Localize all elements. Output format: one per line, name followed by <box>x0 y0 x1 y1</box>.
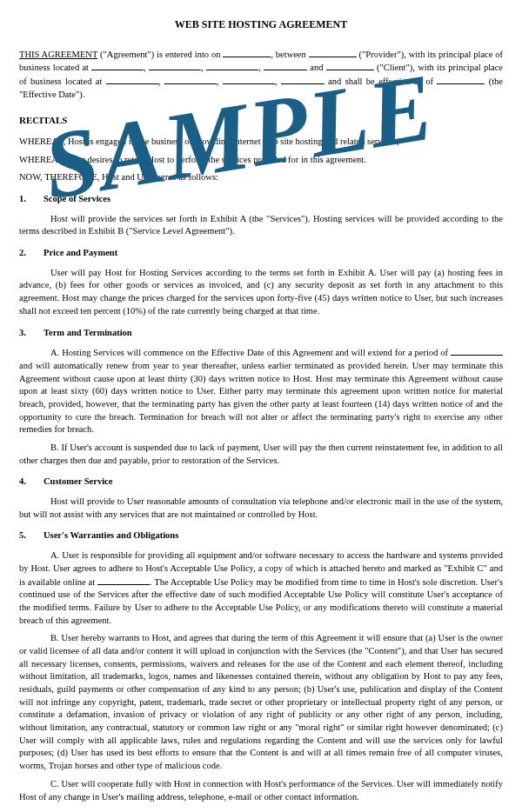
section-3-b: B. If User's account is suspended due to… <box>19 442 503 467</box>
blank-provider <box>309 48 357 57</box>
blank-client <box>326 61 374 70</box>
section-3-a: A. Hosting Services will commence on the… <box>19 346 503 436</box>
section-4-body: Host will provide to User reasonable amo… <box>19 496 503 521</box>
document-page: SAMPLE WEB SITE HOSTING AGREEMENT THIS A… <box>0 0 522 812</box>
blank-addr1a <box>91 61 144 70</box>
section-4-heading: 4.Customer Service <box>19 476 503 489</box>
intro-paragraph: THIS AGREEMENT ("Agreement") is entered … <box>19 48 503 102</box>
section-1-body: Host will provide the services set forth… <box>19 213 503 238</box>
recital-2: WHEREAS, User desires to retain Host to … <box>19 154 503 167</box>
section-2-heading: 2.Price and Payment <box>19 247 503 260</box>
blank-url <box>97 576 150 585</box>
section-2: 2.Price and Payment User will pay Host f… <box>19 247 503 317</box>
recital-3: NOW, THEREFORE, Host and User agree as f… <box>19 171 503 184</box>
blank-addr1c <box>206 61 258 70</box>
blank-effdate <box>437 75 485 84</box>
blank-addr1d <box>264 61 307 70</box>
blank-date <box>223 48 271 57</box>
recitals-heading: RECITALS <box>19 114 503 127</box>
section-5: 5.User's Warranties and Obligations A. U… <box>19 529 503 803</box>
section-4: 4.Customer Service Host will provide to … <box>19 476 503 521</box>
blank-addr2b <box>164 75 217 84</box>
blank-addr2a <box>106 75 158 84</box>
recital-1: WHEREAS, Host is engaged in the business… <box>19 136 503 149</box>
document-title: WEB SITE HOSTING AGREEMENT <box>19 17 503 32</box>
blank-addr2d <box>281 75 325 84</box>
section-3: 3.Term and Termination A. Hosting Servic… <box>19 327 503 468</box>
section-2-body: User will pay Host for Hosting Services … <box>19 267 503 318</box>
section-5-c: C. User will cooperate fully with Host i… <box>19 778 503 803</box>
section-5-a: A. User is responsible for providing all… <box>19 549 503 627</box>
intro-lead: THIS AGREEMENT <box>19 50 97 59</box>
section-1: 1.Scope of Services Host will provide th… <box>19 193 503 238</box>
blank-addr2c <box>223 75 275 84</box>
section-5-heading: 5.User's Warranties and Obligations <box>19 529 503 542</box>
blank-period <box>451 346 503 356</box>
blank-addr1b <box>149 61 201 70</box>
section-1-heading: 1.Scope of Services <box>19 193 503 206</box>
section-5-b: B. User hereby warrants to Host, and agr… <box>19 632 503 773</box>
section-3-heading: 3.Term and Termination <box>19 327 503 340</box>
